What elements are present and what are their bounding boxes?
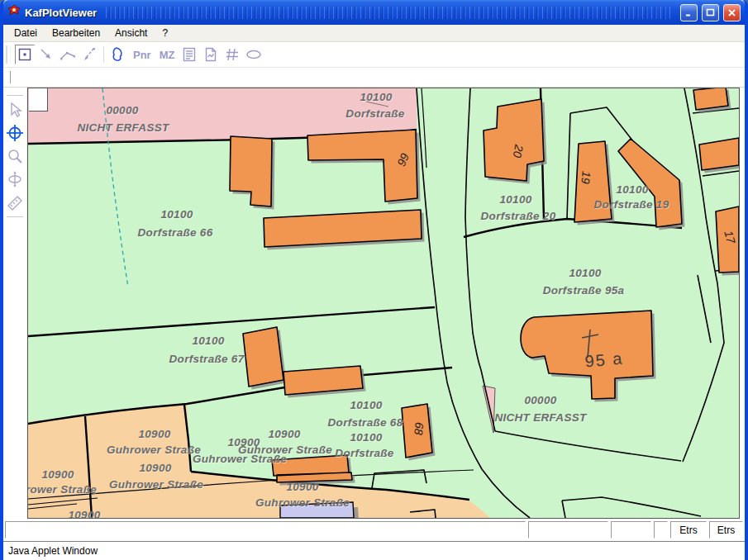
menu-item-ansicht[interactable]: Ansicht [107, 26, 155, 40]
map-label: 10100 [350, 399, 382, 411]
grid-button[interactable] [222, 45, 242, 64]
map-label: Dorfstraße 67 [169, 353, 245, 365]
secondary-toolbar [3, 68, 745, 88]
app-icon [7, 4, 21, 21]
map-label: 95 a [584, 349, 625, 371]
measure-arrow-button[interactable] [79, 45, 99, 64]
menu-item-datei[interactable]: Datei [7, 26, 45, 40]
status-cell-etrs: Etrs [709, 521, 743, 539]
close-button[interactable] [723, 4, 741, 21]
map-label: Guhrower Straße [107, 444, 201, 456]
map-label: 20 [511, 144, 526, 159]
map-label: Dorfstraße [345, 107, 404, 120]
map-label: Dorfstraße [335, 447, 393, 459]
toolbar-grip[interactable] [6, 45, 11, 64]
maximize-button[interactable] [702, 4, 719, 21]
minimize-button[interactable] [680, 4, 698, 21]
map-label: Dorfstraße 68 [328, 416, 403, 429]
map-label: 66 [395, 151, 412, 168]
status-cell [528, 521, 608, 539]
application-window: KafPlotViewer DateiBearbeitenAnsicht? [0, 0, 748, 560]
map-label: Dorfstraße 95a [543, 284, 625, 297]
mz-button[interactable]: MZ [155, 49, 179, 61]
status-cell [654, 521, 668, 539]
map-label: 10100 [350, 431, 382, 444]
document-list-button[interactable] [179, 45, 199, 64]
map-label: 10100 [360, 91, 392, 103]
map-label: 10100 [499, 193, 531, 206]
cursor-tool[interactable] [5, 100, 25, 120]
map-label: 10900 [68, 509, 100, 519]
map-label: 10900 [138, 428, 170, 440]
select-point-button[interactable] [15, 45, 35, 64]
applet-warning-text: Java Applet Window [8, 545, 98, 557]
zoom-tool[interactable] [5, 146, 25, 166]
map-label: NICHT ERFASST [494, 411, 586, 424]
window-title: KafPlotViewer [25, 7, 97, 19]
map-label: 10900 [268, 428, 300, 440]
main-area: 00000NICHT ERFASST10100Dorfstraße10100Do… [3, 88, 745, 519]
map-label: 68 [412, 422, 426, 436]
secondary-toolbar-grip[interactable] [10, 71, 11, 83]
status-bar: EtrsEtrs [3, 519, 745, 541]
pointer-arrow-button[interactable] [36, 45, 56, 64]
pnr-button[interactable]: Pnr [129, 49, 155, 61]
line-angle-button[interactable] [58, 45, 78, 64]
toolbar-separator [103, 46, 104, 63]
map-label: 10900 [286, 481, 318, 493]
map-label: 10100 [192, 335, 224, 347]
tool-palette [3, 88, 27, 519]
main-toolbar: Pnr MZ [3, 42, 745, 68]
map-label: NICHT ERFASST [77, 121, 169, 134]
map-label: 17 [722, 229, 737, 244]
report-page-button[interactable] [201, 45, 221, 64]
menu-item-[interactable]: ? [155, 26, 175, 40]
map-label: Guhrower Straße [28, 483, 97, 496]
ellipse-button[interactable] [244, 45, 264, 64]
palette-separator [7, 216, 23, 217]
menu-item-bearbeiten[interactable]: Bearbeiten [45, 26, 107, 40]
menubar: DateiBearbeitenAnsicht? [3, 25, 745, 42]
map-label: 19 [579, 171, 593, 185]
map-label: 10100 [616, 183, 648, 196]
map-label: 10100 [569, 267, 601, 279]
applet-warning-banner: Java Applet Window [3, 541, 745, 560]
map-label: 10100 [160, 208, 193, 221]
status-cell-etrs: Etrs [670, 521, 707, 539]
map-label: 10900 [41, 468, 74, 481]
status-cell [5, 521, 526, 539]
map-label: 00000 [106, 104, 138, 116]
viewport-corner-box [29, 88, 48, 112]
map-label: 00000 [524, 394, 556, 406]
center-target-tool[interactable] [5, 123, 25, 143]
pan-extent-tool[interactable] [5, 169, 25, 189]
map-viewport[interactable]: 00000NICHT ERFASST10100Dorfstraße10100Do… [27, 88, 740, 519]
map-labels: 00000NICHT ERFASST10100Dorfstraße10100Do… [28, 88, 739, 518]
map-label: Guhrower Straße [238, 444, 332, 456]
palette-separator [7, 95, 23, 96]
map-label: Dorfstraße 20 [481, 210, 556, 222]
status-cell [611, 521, 651, 539]
polygon-select-button[interactable] [108, 45, 128, 64]
map-label: Dorfstraße 19 [594, 198, 669, 211]
ruler-tool[interactable] [5, 192, 25, 212]
map-label: Dorfstraße 66 [138, 226, 213, 239]
map-label: 10900 [139, 462, 171, 474]
map-label: Guhrower Straße [255, 496, 350, 509]
title-bar[interactable]: KafPlotViewer [3, 0, 745, 25]
map-label: Guhrower Straße [109, 478, 203, 491]
title-noise-artifact [106, 7, 671, 19]
